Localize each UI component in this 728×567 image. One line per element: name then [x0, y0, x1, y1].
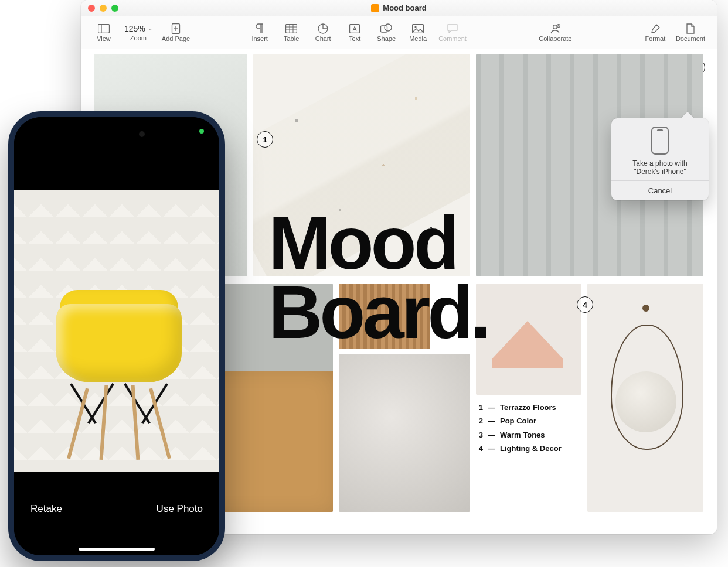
zoom-value: 125%: [124, 24, 145, 33]
format-label: Format: [645, 35, 665, 42]
use-photo-button[interactable]: Use Photo: [157, 503, 203, 515]
legend-number: 1: [476, 401, 483, 414]
collaborate-button[interactable]: Collaborate: [535, 22, 575, 43]
image-tile[interactable]: [476, 284, 581, 395]
titlebar[interactable]: Mood board: [81, 0, 717, 16]
dynamic-island: [81, 125, 152, 143]
home-indicator[interactable]: [79, 548, 155, 551]
table-button[interactable]: Table: [277, 22, 306, 43]
svg-rect-15: [413, 24, 424, 33]
add-page-icon: [169, 23, 182, 34]
view-button[interactable]: View: [89, 22, 118, 43]
svg-rect-0: [98, 24, 110, 33]
svg-point-16: [415, 26, 417, 28]
callout-4-number: 4: [583, 300, 587, 309]
zoom-label: Zoom: [130, 35, 147, 42]
document-title: Mood board: [81, 4, 717, 12]
callout-1-number: 1: [263, 135, 267, 144]
document-label: Document: [676, 35, 705, 42]
text-label: Text: [349, 35, 360, 42]
camera-viewfinder[interactable]: [14, 190, 219, 472]
add-page-label: Add Page: [162, 35, 190, 42]
cancel-label: Cancel: [648, 186, 672, 195]
popover-body: Take a photo with "Derek's iPhone": [611, 118, 709, 180]
sidebar-icon: [97, 23, 110, 34]
callout-1[interactable]: 1: [257, 131, 273, 148]
shape-icon: [380, 23, 393, 34]
chart-icon: [317, 23, 329, 34]
zoom-button[interactable]: 125% ⌄ Zoom: [121, 23, 156, 43]
legend-item: 3—Warm Tones: [476, 428, 581, 442]
callout-4[interactable]: 4: [577, 296, 593, 313]
image-tile[interactable]: [339, 354, 470, 512]
shape-label: Shape: [377, 35, 396, 42]
insert-button[interactable]: Insert: [245, 22, 274, 43]
comment-button: Comment: [435, 22, 470, 43]
retake-button[interactable]: Retake: [30, 503, 62, 515]
mirror-peg-icon: [642, 305, 649, 312]
comment-icon: [446, 23, 459, 34]
add-page-button[interactable]: Add Page: [158, 22, 193, 43]
legend-item: 1—Terrazzo Floors: [476, 401, 581, 414]
paintbrush-icon: [649, 23, 662, 34]
popover-line-2: "Derek's iPhone": [617, 168, 703, 176]
title-line-2: Board.: [268, 278, 488, 347]
iphone-screen: Retake Use Photo: [14, 117, 219, 555]
collaborate-icon: [549, 23, 562, 34]
svg-point-14: [385, 24, 392, 31]
document-icon: [371, 4, 379, 12]
em-dash-icon: —: [488, 401, 495, 414]
legend-list[interactable]: 1—Terrazzo Floors 2—Pop Color 3—Warm Ton…: [476, 401, 581, 456]
text-icon: A: [348, 23, 361, 34]
legend-number: 4: [476, 442, 483, 455]
text-button[interactable]: A Text: [340, 22, 369, 43]
em-dash-icon: —: [488, 442, 495, 455]
table-icon: [285, 23, 298, 34]
insert-label: Insert: [251, 35, 268, 42]
collaborate-label: Collaborate: [539, 35, 571, 42]
iphone-outline-icon: [651, 127, 669, 155]
legend-label: Lighting & Decor: [500, 442, 562, 455]
popover-line-1: Take a photo with: [617, 159, 703, 168]
camera-bottom-bar: Retake Use Photo: [14, 472, 219, 555]
svg-rect-5: [286, 24, 297, 33]
zoom-value-container: 125% ⌄: [124, 24, 152, 33]
document-title-text: Mood board: [383, 4, 426, 12]
retake-label: Retake: [30, 503, 62, 514]
legend-item: 4—Lighting & Decor: [476, 442, 581, 455]
media-label: Media: [409, 35, 427, 42]
page-title[interactable]: Mood Board.: [268, 209, 488, 347]
camera-active-indicator-icon: [199, 129, 204, 134]
legend-label: Pop Color: [500, 414, 536, 428]
document-icon: [684, 23, 697, 34]
table-label: Table: [284, 35, 299, 42]
chevron-down-icon: ⌄: [148, 25, 152, 32]
title-line-1: Mood: [268, 209, 488, 278]
media-button[interactable]: Media: [403, 22, 433, 43]
em-dash-icon: —: [488, 414, 495, 428]
svg-text:A: A: [353, 26, 357, 32]
svg-point-17: [553, 25, 557, 28]
legend-number: 2: [476, 414, 483, 428]
cancel-button[interactable]: Cancel: [611, 180, 709, 200]
comment-label: Comment: [438, 35, 467, 42]
shape-button[interactable]: Shape: [372, 22, 401, 43]
legend-item: 2—Pop Color: [476, 414, 581, 428]
media-icon: [411, 23, 424, 34]
svg-rect-13: [381, 26, 387, 32]
chart-button[interactable]: Chart: [308, 22, 338, 43]
view-label: View: [97, 35, 111, 42]
toolbar: View 125% ⌄ Zoom Add Page Insert: [81, 16, 717, 49]
format-button[interactable]: Format: [641, 22, 670, 43]
em-dash-icon: —: [488, 428, 495, 442]
image-tile[interactable]: [587, 284, 703, 512]
document-button[interactable]: Document: [672, 22, 709, 43]
pilcrow-icon: [253, 23, 266, 34]
iphone-device: Retake Use Photo: [8, 111, 225, 561]
chart-label: Chart: [315, 35, 331, 42]
legend-label: Warm Tones: [500, 428, 545, 442]
legend-number: 3: [476, 428, 483, 442]
legend-label: Terrazzo Floors: [500, 401, 556, 414]
use-photo-label: Use Photo: [157, 503, 203, 514]
continuity-camera-popover: Take a photo with "Derek's iPhone" Cance…: [611, 118, 709, 200]
